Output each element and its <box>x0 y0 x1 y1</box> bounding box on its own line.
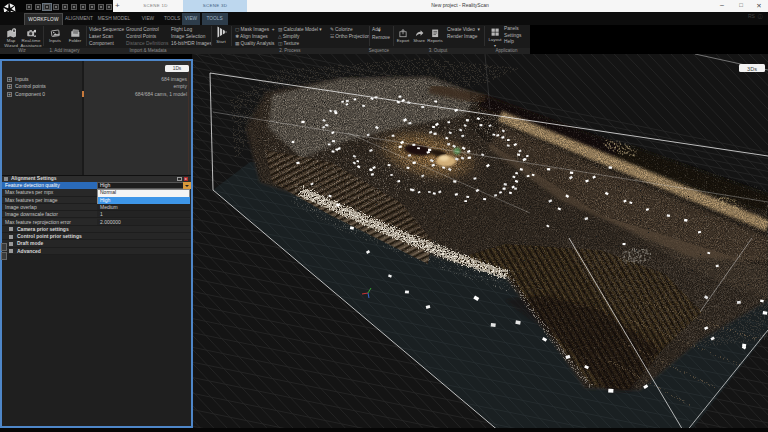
svg-text:3Ds: 3Ds <box>747 66 757 72</box>
